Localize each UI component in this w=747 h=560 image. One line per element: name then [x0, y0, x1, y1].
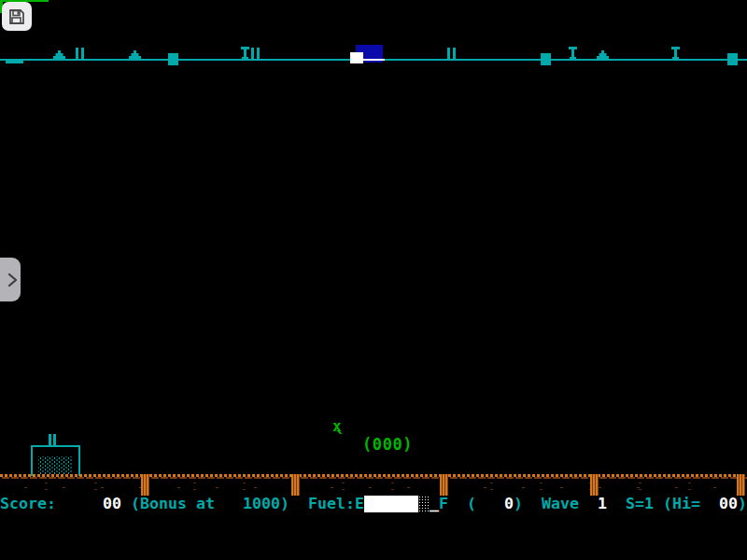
status-text-segment: 00 [719, 494, 738, 514]
radar-marker-tee [671, 47, 680, 59]
radar-marker-pyramid [597, 50, 609, 59]
radar-marker-tee [241, 47, 249, 59]
sidebar-toggle-button[interactable] [0, 258, 21, 301]
game-screen: x ` (000) Score:00(Bonus at1000)Fuel:E_F… [0, 0, 747, 560]
ground-post [291, 474, 300, 496]
ground-surface [0, 474, 747, 481]
radar-map [0, 0, 747, 75]
radar-player-marker [350, 52, 363, 63]
status-text-segment: Wave [542, 494, 579, 514]
fuel-gauge-fill [364, 496, 418, 512]
radar-viewport-line [363, 59, 385, 61]
fuel-depot [31, 445, 80, 476]
status-text-segment: ) [514, 494, 523, 514]
radar-marker-square [168, 53, 178, 65]
status-text-segment: (Hi= [663, 494, 700, 514]
ground-post [590, 474, 599, 496]
status-text-segment: Score: [0, 494, 56, 514]
status-text-segment: F [439, 494, 448, 514]
status-text-segment: (Bonus at [131, 494, 215, 514]
floppy-save-icon [7, 7, 26, 26]
radar-marker-pylon [76, 48, 84, 59]
radar-marker-pyramid [129, 50, 141, 59]
ground-post [141, 474, 149, 496]
helicopter-body: (000) [362, 436, 413, 454]
status-text-segment: 1 [598, 494, 607, 514]
status-text-segment: ( [467, 494, 476, 514]
radar-marker-pad [6, 61, 23, 63]
radar-marker-tee [569, 47, 577, 59]
status-text-segment: S=1 [626, 494, 654, 514]
ground-post [737, 474, 745, 496]
radar-marker-square [727, 53, 738, 65]
radar-marker-pylon [447, 48, 456, 59]
fuel-depot-fill-pattern [38, 456, 73, 475]
radar-marker-square [541, 53, 551, 65]
status-text-segment: 0 [504, 494, 514, 514]
fuel-depot-pipe [49, 434, 51, 446]
status-text-segment: _ [430, 494, 439, 514]
radar-marker-pyramid [53, 50, 65, 59]
status-text-segment: 1000) [243, 494, 289, 514]
helicopter-tail-tip: ` [334, 429, 346, 450]
fuel-gauge-dither [418, 496, 429, 512]
ground-post [440, 474, 448, 496]
status-text-segment: 00 [103, 494, 121, 514]
save-button[interactable] [2, 2, 32, 31]
chevron-right-icon [0, 272, 19, 288]
status-text-segment: ) [738, 494, 747, 514]
ground-dirt [0, 482, 747, 495]
status-text-segment: Fuel:E [308, 494, 364, 514]
radar-marker-pylon [251, 48, 260, 59]
fuel-depot-pipe [53, 434, 56, 446]
